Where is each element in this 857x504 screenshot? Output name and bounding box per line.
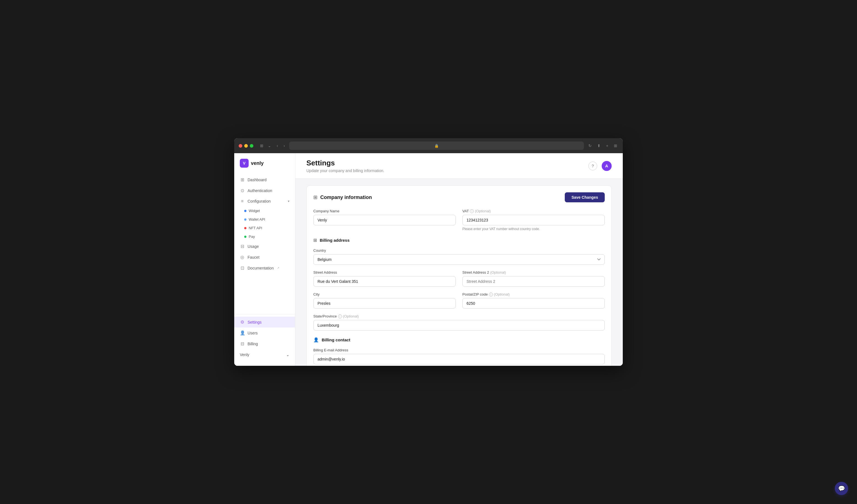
sidebar: V venly ⊞ Dashboard ⊙ Authentication ≡ C… — [234, 153, 295, 366]
refresh-button[interactable]: ↻ — [587, 143, 593, 149]
sidebar-item-label: Widget — [249, 209, 260, 213]
close-button[interactable] — [239, 144, 242, 148]
city-input[interactable] — [313, 298, 456, 308]
country-group: Country Belgium Netherlands France Germa… — [313, 248, 605, 265]
postal-input[interactable] — [463, 298, 605, 308]
usage-icon: ⊟ — [240, 244, 245, 249]
email-label: Billing E-mail Address — [313, 348, 605, 352]
sidebar-item-pay[interactable]: Pay — [239, 232, 295, 241]
sidebar-item-configuration[interactable]: ≡ Configuration ▾ — [234, 196, 295, 206]
street2-label: Street Address 2 (Optional) — [463, 270, 605, 274]
city-group: City — [313, 292, 456, 308]
country-row: Country Belgium Netherlands France Germa… — [313, 248, 605, 265]
chat-icon: 💬 — [838, 485, 845, 492]
vat-input[interactable] — [463, 215, 605, 225]
chevron-toggle-button[interactable]: ⌄ — [267, 143, 272, 149]
nft-api-dot — [244, 227, 247, 229]
sidebar-item-label: Dashboard — [248, 178, 267, 182]
sidebar-item-label: Faucet — [248, 255, 259, 259]
sidebar-bottom: ⚙ Settings 👤 Users ⊟ Billing Venly ⌄ — [234, 314, 295, 360]
street-label: Street Address — [313, 270, 456, 274]
city-postal-row: City Postal/ZIP code i (Optional) — [313, 292, 605, 308]
page-header: Settings Update your company and billing… — [295, 153, 623, 179]
logo-text: venly — [251, 161, 264, 166]
sidebar-item-users[interactable]: 👤 Users — [234, 327, 295, 338]
sidebar-item-billing[interactable]: ⊟ Billing — [234, 338, 295, 349]
city-label: City — [313, 292, 456, 297]
billing-address-title: Billing address — [320, 238, 350, 242]
state-info-icon: i — [338, 315, 342, 318]
workspace-chevron-icon: ⌄ — [286, 352, 289, 357]
traffic-lights — [239, 144, 253, 148]
sidebar-item-wallet-api[interactable]: Wallet API — [239, 215, 295, 224]
main-content: Settings Update your company and billing… — [295, 153, 623, 366]
street-input[interactable] — [313, 276, 456, 287]
new-tab-button[interactable]: + — [605, 143, 609, 149]
dashboard-icon: ⊞ — [240, 177, 245, 182]
state-row: State/Province i (Optional) — [313, 314, 605, 331]
browser-controls: ⊞ ⌄ — [259, 143, 272, 149]
sidebar-item-label: Users — [248, 331, 258, 335]
vat-hint: Please enter your VAT number without cou… — [463, 227, 605, 231]
share-button[interactable]: ⬆ — [596, 143, 602, 149]
sidebar-item-label: NFT API — [249, 226, 262, 230]
country-label: Country — [313, 248, 605, 253]
workspace-selector[interactable]: Venly ⌄ — [234, 349, 295, 360]
help-button[interactable]: ? — [588, 162, 597, 170]
company-name-label: Company Name — [313, 209, 456, 213]
address-bar[interactable]: 🔒 — [289, 141, 584, 150]
sidebar-item-usage[interactable]: ⊟ Usage — [234, 241, 295, 252]
email-group: Billing E-mail Address — [313, 348, 605, 365]
sidebar-item-widget[interactable]: Widget — [239, 206, 295, 215]
faucet-icon: ◎ — [240, 254, 245, 260]
card-title: Company information — [320, 195, 372, 200]
sidebar-item-settings[interactable]: ⚙ Settings — [234, 317, 295, 327]
country-select[interactable]: Belgium Netherlands France Germany Unite… — [313, 254, 605, 265]
app-layout: V venly ⊞ Dashboard ⊙ Authentication ≡ C… — [234, 153, 623, 366]
company-info-icon: ⊞ — [313, 194, 318, 200]
state-input[interactable] — [313, 320, 605, 331]
email-input[interactable] — [313, 354, 605, 365]
company-name-input[interactable] — [313, 215, 456, 225]
security-icon: 🔒 — [434, 144, 439, 148]
sidebar-item-nft-api[interactable]: NFT API — [239, 224, 295, 232]
sidebar-item-label: Documentation — [248, 266, 274, 270]
minimize-button[interactable] — [244, 144, 248, 148]
logo-area: V venly — [234, 159, 295, 174]
street2-input[interactable] — [463, 276, 605, 287]
chevron-down-icon: ▾ — [288, 199, 289, 203]
billing-contact-title: Billing contact — [322, 337, 350, 342]
sidebar-item-faucet[interactable]: ◎ Faucet — [234, 252, 295, 263]
configuration-icon: ≡ — [240, 199, 245, 204]
content-area: ⊞ Company information Save Changes Compa… — [295, 179, 623, 366]
postal-label: Postal/ZIP code i (Optional) — [463, 292, 605, 297]
card-header: ⊞ Company information Save Changes — [313, 192, 605, 202]
sidebar-item-documentation[interactable]: ⊡ Documentation ↗ — [234, 263, 295, 273]
sidebar-item-label: Usage — [248, 244, 259, 249]
browser-chrome: ⊞ ⌄ ‹ › 🔒 ↻ ⬆ + ⊞ — [234, 138, 623, 153]
grid-button[interactable]: ⊞ — [613, 143, 618, 149]
documentation-icon: ⊡ — [240, 265, 245, 271]
save-changes-button[interactable]: Save Changes — [565, 192, 605, 202]
forward-button[interactable]: › — [283, 143, 286, 149]
company-name-group: Company Name — [313, 209, 456, 231]
email-row: Billing E-mail Address — [313, 348, 605, 365]
billing-icon: ⊟ — [240, 341, 245, 346]
billing-contact-divider: 👤 Billing contact — [313, 336, 605, 342]
settings-icon: ⚙ — [240, 319, 245, 325]
pay-dot — [244, 236, 247, 238]
external-link-icon: ↗ — [277, 266, 279, 269]
back-button[interactable]: ‹ — [275, 143, 279, 149]
header-actions: ? A — [588, 161, 612, 171]
sub-nav-items: Widget Wallet API NFT API Pay — [239, 206, 295, 241]
sidebar-item-authentication[interactable]: ⊙ Authentication — [234, 185, 295, 196]
maximize-button[interactable] — [250, 144, 253, 148]
state-group: State/Province i (Optional) — [313, 314, 605, 331]
nav-items: ⊞ Dashboard ⊙ Authentication ≡ Configura… — [234, 174, 295, 314]
sidebar-item-dashboard[interactable]: ⊞ Dashboard — [234, 174, 295, 185]
sidebar-item-label: Configuration — [248, 199, 271, 203]
sidebar-toggle-button[interactable]: ⊞ — [259, 143, 265, 149]
chat-button[interactable]: 💬 — [835, 482, 848, 495]
page-title: Settings — [306, 159, 384, 167]
avatar[interactable]: A — [602, 161, 612, 171]
